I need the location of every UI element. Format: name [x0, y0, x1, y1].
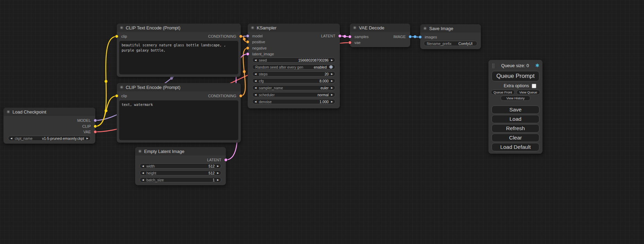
widget-value: normal — [318, 93, 329, 97]
input-port-negative[interactable] — [246, 46, 249, 50]
view-history-button[interactable]: View History — [501, 96, 530, 101]
decrement-arrow-icon[interactable]: ◀ — [142, 172, 144, 174]
output-port-image[interactable] — [408, 35, 412, 38]
increment-arrow-icon[interactable]: ▶ — [87, 137, 88, 139]
widget-label: Random seed after every gen — [255, 65, 303, 69]
output-port-clip[interactable] — [94, 125, 97, 128]
input-port-latent-image[interactable] — [246, 52, 249, 56]
node-clip-text-encode-positive[interactable]: CLIP Text Encode (Prompt) clip CONDITION… — [117, 24, 241, 77]
output-port-model[interactable] — [94, 119, 97, 122]
increment-arrow-icon[interactable]: ▶ — [331, 59, 333, 61]
output-port-conditioning[interactable] — [239, 35, 242, 38]
widget-value: 1 — [213, 178, 215, 182]
output-port-latent[interactable] — [338, 34, 342, 38]
output-port-latent[interactable] — [224, 158, 228, 162]
output-port-vae[interactable] — [94, 130, 97, 134]
filename-prefix-widget[interactable]: filename_prefix ComfyUI — [424, 41, 477, 46]
decrement-arrow-icon[interactable]: ◀ — [255, 87, 256, 89]
node-empty-latent-image[interactable]: Empty Latent Image LATENT ◀ width 512 ▶ … — [135, 147, 226, 185]
node-title: Empty Latent Image — [144, 149, 184, 154]
collapse-dot-icon[interactable] — [423, 27, 427, 30]
drag-handle-icon[interactable]: ⣿ — [492, 63, 495, 68]
positive-prompt-textarea[interactable]: beautiful scenery nature glass bottle la… — [119, 41, 238, 74]
queue-front-button[interactable]: Queue Front — [491, 90, 515, 95]
view-queue-button[interactable]: View Queue — [517, 90, 540, 95]
node-canvas[interactable]: Load Checkpoint MODEL CLIP VAE ◀ ckpt_na… — [0, 0, 644, 244]
decrement-arrow-icon[interactable]: ◀ — [10, 137, 12, 139]
batch-size-widget[interactable]: ◀ batch_size 1 ▶ — [140, 177, 221, 182]
negative-prompt-textarea[interactable]: text, watermark — [119, 100, 238, 140]
input-port-clip[interactable] — [115, 35, 118, 38]
settings-gear-icon[interactable]: ✱ — [535, 63, 539, 68]
clear-button[interactable]: Clear — [492, 134, 539, 142]
node-vae-decode[interactable]: VAE Decode samples vae IMAGE — [350, 24, 410, 47]
output-port-conditioning[interactable] — [239, 94, 242, 98]
node-ksampler[interactable]: KSampler model positive negative latent_… — [248, 24, 340, 108]
collapse-dot-icon[interactable] — [7, 110, 10, 114]
width-widget[interactable]: ◀ width 512 ▶ — [140, 163, 221, 169]
widget-value: 20 — [325, 72, 329, 76]
increment-arrow-icon[interactable]: ▶ — [331, 80, 333, 82]
node-clip-text-encode-negative[interactable]: CLIP Text Encode (Prompt) clip CONDITION… — [117, 83, 241, 143]
menu-header: ⣿ Queue size: 0 ✱ — [490, 61, 541, 70]
output-label-conditioning: CONDITIONING — [208, 34, 236, 39]
increment-arrow-icon[interactable]: ▶ — [331, 100, 333, 103]
node-title-bar: Load Checkpoint — [3, 108, 95, 116]
input-label-negative: negative — [252, 46, 267, 51]
height-widget[interactable]: ◀ height 512 ▶ — [140, 170, 221, 175]
node-title: Load Checkpoint — [12, 109, 46, 115]
node-save-image[interactable]: Save Image images filename_prefix ComfyU… — [420, 24, 481, 49]
load-button[interactable]: Load — [492, 115, 539, 123]
load-default-button[interactable]: Load Default — [492, 143, 539, 151]
input-label-vae: vae — [354, 40, 361, 45]
node-title: CLIP Text Encode (Prompt) — [126, 25, 180, 30]
decrement-arrow-icon[interactable]: ◀ — [255, 73, 256, 75]
input-port-vae[interactable] — [348, 41, 352, 44]
node-load-checkpoint[interactable]: Load Checkpoint MODEL CLIP VAE ◀ ckpt_na… — [3, 108, 95, 144]
decrement-arrow-icon[interactable]: ◀ — [255, 100, 256, 103]
input-port-clip[interactable] — [115, 94, 118, 98]
input-port-positive[interactable] — [246, 40, 249, 44]
refresh-button[interactable]: Refresh — [492, 124, 539, 133]
input-port-model[interactable] — [246, 34, 249, 38]
seed-widget[interactable]: ◀ seed 156680208700286 ▶ — [252, 57, 335, 63]
widget-label: filename_prefix — [427, 42, 451, 46]
widget-label: height — [146, 171, 156, 175]
increment-arrow-icon[interactable]: ▶ — [217, 172, 219, 174]
output-label-latent: LATENT — [321, 34, 335, 38]
cfg-widget[interactable]: ◀ cfg 8.000 ▶ — [252, 78, 335, 83]
save-button[interactable]: Save — [492, 106, 539, 114]
steps-widget[interactable]: ◀ steps 20 ▶ — [252, 71, 335, 76]
node-title-bar: KSampler — [248, 24, 340, 32]
increment-arrow-icon[interactable]: ▶ — [331, 87, 333, 89]
collapse-dot-icon[interactable] — [138, 150, 142, 153]
widget-value: ComfyUI — [458, 42, 473, 46]
input-port-samples[interactable] — [348, 35, 352, 38]
increment-arrow-icon[interactable]: ▶ — [217, 165, 219, 167]
increment-arrow-icon[interactable]: ▶ — [217, 179, 219, 181]
decrement-arrow-icon[interactable]: ◀ — [255, 93, 256, 96]
denoise-widget[interactable]: ◀ denoise 1.000 ▶ — [252, 99, 335, 104]
scheduler-widget[interactable]: ◀ scheduler normal ▶ — [252, 92, 335, 97]
node-title-bar: CLIP Text Encode (Prompt) — [117, 24, 241, 32]
queue-menu-panel[interactable]: ⣿ Queue size: 0 ✱ Queue Prompt Extra opt… — [488, 60, 542, 154]
decrement-arrow-icon[interactable]: ◀ — [255, 80, 256, 82]
collapse-dot-icon[interactable] — [353, 26, 356, 29]
queue-prompt-button[interactable]: Queue Prompt — [492, 71, 539, 81]
decrement-arrow-icon[interactable]: ◀ — [142, 165, 144, 167]
toggle-knob[interactable] — [329, 65, 333, 69]
sampler-name-widget[interactable]: ◀ sampler_name euler ▶ — [252, 85, 335, 90]
extra-options-checkbox[interactable] — [532, 84, 536, 88]
increment-arrow-icon[interactable]: ▶ — [331, 73, 333, 75]
decrement-arrow-icon[interactable]: ◀ — [255, 59, 256, 61]
collapse-dot-icon[interactable] — [120, 26, 123, 29]
ckpt-name-widget[interactable]: ◀ ckpt_name v1-5-pruned-emaonly.ckpt ▶ — [8, 136, 91, 141]
collapse-dot-icon[interactable] — [251, 26, 254, 29]
collapse-dot-icon[interactable] — [120, 85, 123, 89]
input-port-images[interactable] — [418, 35, 422, 39]
decrement-arrow-icon[interactable]: ◀ — [142, 179, 144, 181]
input-label-clip: clip — [121, 93, 127, 98]
random-seed-toggle-widget[interactable]: Random seed after every gen enabled — [252, 64, 335, 70]
increment-arrow-icon[interactable]: ▶ — [331, 93, 333, 96]
node-title: Save Image — [429, 26, 453, 31]
